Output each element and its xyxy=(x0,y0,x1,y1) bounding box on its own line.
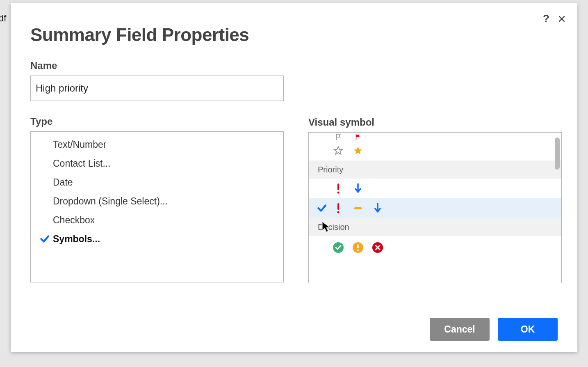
type-item-label: Checkbox xyxy=(53,215,95,226)
type-item-label: Date xyxy=(53,177,73,188)
check-icon xyxy=(39,234,50,244)
flag-outline-icon xyxy=(328,133,348,141)
symbol-section-decision: Decision xyxy=(309,218,561,236)
dialog-title: Summary Field Properties xyxy=(30,25,558,45)
svg-rect-2 xyxy=(337,203,339,210)
star-filled-icon xyxy=(348,146,368,156)
dialog-footer: Cancel OK xyxy=(430,318,558,341)
type-item-text-number[interactable]: Text/Number xyxy=(31,135,283,154)
visual-symbol-panel: Priority xyxy=(308,132,562,283)
type-label: Type xyxy=(30,116,284,127)
dialog-top-icons: ? xyxy=(543,12,566,25)
exclamation-red-icon xyxy=(328,203,348,213)
arrow-down-blue-icon xyxy=(368,203,387,213)
type-item-label: Symbols... xyxy=(53,234,100,245)
circle-check-green-icon xyxy=(328,242,348,253)
star-outline-icon xyxy=(328,146,348,156)
background-text-fragment: df xyxy=(0,13,6,24)
type-item-symbols[interactable]: Symbols... xyxy=(31,229,283,248)
flag-red-icon xyxy=(348,133,368,141)
circle-x-red-icon xyxy=(368,242,387,253)
circle-exclaim-orange-icon xyxy=(348,242,368,253)
arrow-down-blue-icon xyxy=(348,183,368,194)
name-input[interactable] xyxy=(30,76,284,101)
symbol-section-priority: Priority xyxy=(309,161,561,179)
svg-rect-4 xyxy=(354,207,362,209)
type-item-dropdown[interactable]: Dropdown (Single Select)... xyxy=(31,192,283,211)
help-icon[interactable]: ? xyxy=(543,12,549,25)
ok-button[interactable]: OK xyxy=(498,318,558,341)
symbol-row-flag[interactable] xyxy=(309,133,561,141)
name-label: Name xyxy=(30,60,284,71)
symbol-row-priority-2[interactable] xyxy=(309,179,561,198)
svg-point-8 xyxy=(357,250,359,251)
exclamation-red-icon xyxy=(328,183,348,194)
type-list: Text/Number Contact List... Date Dropdow… xyxy=(30,131,284,282)
symbol-row-priority-3[interactable] xyxy=(309,198,561,218)
scrollbar-thumb[interactable] xyxy=(555,138,560,170)
dash-yellow-icon xyxy=(348,206,368,210)
close-icon[interactable] xyxy=(558,15,566,23)
svg-point-3 xyxy=(337,211,340,213)
type-item-date[interactable]: Date xyxy=(31,173,283,192)
cancel-button[interactable]: Cancel xyxy=(430,318,490,341)
svg-rect-7 xyxy=(357,244,359,248)
type-item-label: Dropdown (Single Select)... xyxy=(53,196,168,207)
visual-symbol-label: Visual symbol xyxy=(308,117,562,128)
check-icon xyxy=(317,203,327,213)
type-item-label: Contact List... xyxy=(53,158,111,169)
symbol-row-decision-3[interactable] xyxy=(309,236,561,259)
svg-point-1 xyxy=(337,192,340,194)
type-item-checkbox[interactable]: Checkbox xyxy=(31,211,283,229)
summary-field-properties-dialog: ? Summary Field Properties Name Type Tex… xyxy=(11,3,577,352)
type-item-label: Text/Number xyxy=(53,139,106,150)
type-item-contact-list[interactable]: Contact List... xyxy=(31,154,283,173)
svg-rect-0 xyxy=(337,184,339,190)
symbol-row-star[interactable] xyxy=(309,141,561,161)
